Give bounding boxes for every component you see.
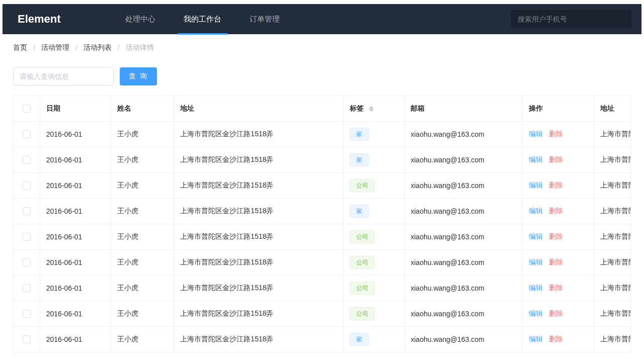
cell-email: xiaohu.wang@163.com (405, 275, 523, 301)
search-input[interactable] (511, 10, 631, 28)
cell-tag: 公司 (343, 224, 404, 249)
cell-date: 2016-06-01 (40, 147, 111, 172)
breadcrumb-separator: / (75, 44, 77, 52)
cell-address2: 上海市普陀区 (594, 198, 631, 224)
cell-operation: 编辑删除 (523, 326, 594, 352)
delete-button[interactable]: 删除 (549, 335, 563, 343)
cell-tag: 公司 (343, 301, 404, 326)
brand-logo: Element (18, 13, 61, 26)
table-row: 2016-06-01王小虎上海市普陀区金沙江路1518弄家xiaohu.wang… (14, 121, 631, 147)
table-row: 2016-06-01王小虎上海市普陀区金沙江路1518弄公司xiaohu.wan… (14, 301, 631, 326)
toolbar: 查 询 (0, 61, 644, 96)
row-checkbox[interactable] (23, 207, 31, 215)
delete-button[interactable]: 删除 (549, 155, 563, 163)
edit-button[interactable]: 编辑 (529, 130, 543, 138)
cell-tag: 家 (343, 147, 404, 172)
table-row: 2016-06-01王小虎上海市普陀区金沙江路1518弄公司xiaohu.wan… (14, 172, 631, 198)
table-body: 2016-06-01王小虎上海市普陀区金沙江路1518弄家xiaohu.wang… (14, 121, 631, 352)
row-checkbox[interactable] (23, 130, 31, 138)
row-checkbox[interactable] (23, 284, 31, 292)
col-email[interactable]: 邮箱 (405, 96, 523, 121)
cell-address2: 上海市普陀区 (594, 224, 631, 249)
table-row: 2016-06-01王小虎上海市普陀区金沙江路1518弄家xiaohu.wang… (14, 198, 631, 224)
cell-email: xiaohu.wang@163.com (405, 121, 523, 147)
delete-button[interactable]: 删除 (549, 232, 563, 240)
col-address2[interactable]: 地址 (594, 96, 631, 121)
query-button[interactable]: 查 询 (120, 67, 157, 85)
row-checkbox[interactable] (23, 233, 31, 241)
cell-date: 2016-06-01 (40, 172, 111, 198)
cell-operation: 编辑删除 (523, 249, 594, 275)
col-operation[interactable]: 操作 (523, 96, 594, 121)
cell-address: 上海市普陀区金沙江路1518弄 (174, 172, 344, 198)
row-checkbox[interactable] (23, 156, 31, 164)
col-address[interactable]: 地址 (174, 96, 344, 121)
edit-button[interactable]: 编辑 (529, 335, 543, 343)
breadcrumb-item[interactable]: 活动管理 (41, 43, 69, 52)
nav-item-1[interactable]: 我的工作台 (180, 4, 225, 34)
table-row: 2016-06-01王小虎上海市普陀区金沙江路1518弄家xiaohu.wang… (14, 147, 631, 172)
cell-name: 王小虎 (111, 224, 174, 249)
edit-button[interactable]: 编辑 (529, 309, 543, 317)
delete-button[interactable]: 删除 (549, 284, 563, 292)
cell-tag: 家 (343, 198, 404, 224)
cell-address2: 上海市普陀区 (594, 301, 631, 326)
cell-address2: 上海市普陀区 (594, 147, 631, 172)
cell-name: 王小虎 (111, 275, 174, 301)
cell-date: 2016-06-01 (40, 275, 111, 301)
delete-button[interactable]: 删除 (549, 258, 563, 266)
edit-button[interactable]: 编辑 (529, 207, 543, 215)
edit-button[interactable]: 编辑 (529, 284, 543, 292)
cell-operation: 编辑删除 (523, 172, 594, 198)
query-input[interactable] (13, 67, 114, 85)
col-date[interactable]: 日期 (40, 96, 111, 121)
data-table: 日期 姓名 地址 标签 邮箱 操作 地址 2016-06-01王小虎上海市普陀区… (13, 96, 631, 352)
cell-name: 王小虎 (111, 121, 174, 147)
topbar: Element 处理中心我的工作台订单管理 (3, 4, 641, 34)
cell-email: xiaohu.wang@163.com (405, 198, 523, 224)
breadcrumb-item[interactable]: 活动列表 (84, 43, 112, 52)
row-checkbox[interactable] (23, 258, 31, 266)
cell-address: 上海市普陀区金沙江路1518弄 (174, 147, 344, 172)
sort-icon[interactable] (369, 106, 374, 112)
caret-up-icon (369, 106, 374, 109)
tag-badge: 家 (350, 333, 369, 346)
cell-tag: 家 (343, 121, 404, 147)
cell-email: xiaohu.wang@163.com (405, 301, 523, 326)
cell-name: 王小虎 (111, 249, 174, 275)
nav-item-0[interactable]: 处理中心 (121, 4, 159, 34)
col-tag[interactable]: 标签 (343, 96, 404, 121)
cell-date: 2016-06-01 (40, 224, 111, 249)
edit-button[interactable]: 编辑 (529, 181, 543, 189)
delete-button[interactable]: 删除 (549, 309, 563, 317)
edit-button[interactable]: 编辑 (529, 258, 543, 266)
cell-operation: 编辑删除 (523, 301, 594, 326)
breadcrumb-item[interactable]: 首页 (13, 43, 27, 52)
caret-down-icon (369, 109, 374, 112)
delete-button[interactable]: 删除 (549, 130, 563, 138)
cell-operation: 编辑删除 (523, 121, 594, 147)
cell-email: xiaohu.wang@163.com (405, 249, 523, 275)
cell-address2: 上海市普陀区 (594, 326, 631, 352)
tag-badge: 家 (350, 205, 369, 218)
cell-email: xiaohu.wang@163.com (405, 172, 523, 198)
row-checkbox[interactable] (23, 310, 31, 318)
row-checkbox[interactable] (23, 335, 31, 343)
breadcrumb-separator: / (33, 44, 35, 52)
delete-button[interactable]: 删除 (549, 181, 563, 189)
tag-badge: 家 (350, 128, 369, 141)
edit-button[interactable]: 编辑 (529, 155, 543, 163)
cell-name: 王小虎 (111, 198, 174, 224)
tag-badge: 家 (350, 153, 369, 166)
nav-item-2[interactable]: 订单管理 (246, 4, 284, 34)
col-name[interactable]: 姓名 (111, 96, 174, 121)
cell-date: 2016-06-01 (40, 249, 111, 275)
tag-badge: 公司 (350, 307, 375, 320)
breadcrumb-separator: / (118, 44, 120, 52)
cell-name: 王小虎 (111, 172, 174, 198)
select-all-checkbox[interactable] (23, 105, 31, 113)
delete-button[interactable]: 删除 (549, 207, 563, 215)
edit-button[interactable]: 编辑 (529, 232, 543, 240)
row-checkbox[interactable] (23, 182, 31, 190)
tag-badge: 公司 (350, 256, 375, 269)
